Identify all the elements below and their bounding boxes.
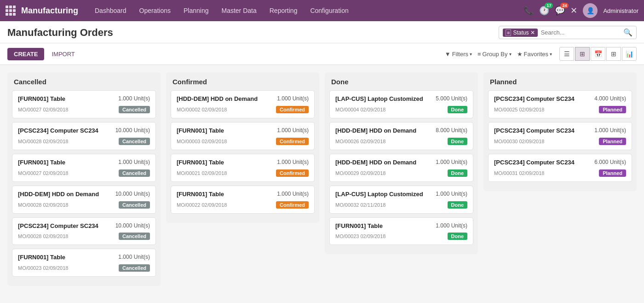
card-qty: 1.000 Unit(s) bbox=[436, 159, 467, 165]
search-tag-label: Status bbox=[513, 29, 529, 36]
card-qty: 4.000 Unit(s) bbox=[594, 95, 626, 102]
status-badge: Cancelled bbox=[119, 138, 150, 145]
card-bottom: MO/00029 02/09/2018Done bbox=[335, 169, 467, 177]
kanban-card[interactable]: [FURN001] Table1.000 Unit(s)MO/00023 02/… bbox=[12, 249, 156, 277]
card-top: [PCSC234] Computer SC23410.000 Unit(s) bbox=[18, 222, 150, 230]
card-bottom: MO/00025 02/09/2018Planned bbox=[494, 106, 626, 113]
card-mo: MO/00030 02/09/2018 bbox=[494, 139, 544, 144]
right-controls: ▼ Filters ▾ ≡ Group By ▾ ★ Favorites ▾ ☰… bbox=[445, 47, 637, 61]
kanban-card[interactable]: [FURN001] Table1.000 Unit(s)MO/00027 02/… bbox=[12, 90, 156, 118]
search-tag-close[interactable]: ✕ bbox=[530, 29, 535, 36]
card-top: [LAP-CUS] Laptop Customized1.000 Unit(s) bbox=[335, 191, 467, 198]
kanban-card[interactable]: [FURN001] Table1.000 Unit(s)MO/00021 02/… bbox=[171, 154, 315, 182]
card-top: [PCSC234] Computer SC2346.000 Unit(s) bbox=[494, 159, 626, 167]
kanban-card[interactable]: [PCSC234] Computer SC23410.000 Unit(s)MO… bbox=[12, 122, 156, 150]
nav-master-data[interactable]: Master Data bbox=[216, 5, 262, 16]
import-button[interactable]: IMPORT bbox=[48, 48, 78, 60]
phone-icon[interactable]: 📞 bbox=[523, 6, 534, 16]
avatar: 👤 bbox=[583, 3, 598, 18]
chat-badge: 24 bbox=[560, 3, 569, 8]
card-mo: MO/00031 02/09/2018 bbox=[494, 170, 544, 176]
nav-planning[interactable]: Planning bbox=[178, 5, 214, 16]
card-top: [PCSC234] Computer SC2344.000 Unit(s) bbox=[494, 95, 626, 103]
card-qty: 8.000 Unit(s) bbox=[436, 127, 467, 134]
left-actions: CREATE IMPORT bbox=[7, 48, 79, 60]
filters-label: Filters bbox=[452, 51, 468, 58]
kanban-card[interactable]: [FURN001] Table1.000 Unit(s)MO/00022 02/… bbox=[171, 186, 315, 214]
kanban-card[interactable]: [PCSC234] Computer SC2346.000 Unit(s)MO/… bbox=[488, 154, 632, 182]
card-mo: MO/00022 02/09/2018 bbox=[177, 202, 227, 208]
card-qty: 1.000 Unit(s) bbox=[118, 159, 150, 165]
kanban-card[interactable]: [HDD-DEM] HDD on Demand10.000 Unit(s)MO/… bbox=[12, 186, 156, 214]
view-toggles: ☰ ⊞ 📅 ⊞ 📊 bbox=[559, 47, 637, 61]
card-title: [FURN001] Table bbox=[335, 222, 432, 230]
kanban-card[interactable]: [PCSC234] Computer SC23410.000 Unit(s)MO… bbox=[12, 217, 156, 245]
kanban-card[interactable]: [PCSC234] Computer SC2344.000 Unit(s)MO/… bbox=[488, 90, 632, 118]
kanban-card[interactable]: [HDD-DEM] HDD on Demand8.000 Unit(s)MO/0… bbox=[329, 122, 473, 150]
kanban-card[interactable]: [LAP-CUS] Laptop Customized1.000 Unit(s)… bbox=[329, 186, 473, 214]
kanban-card[interactable]: [PCSC234] Computer SC2341.000 Unit(s)MO/… bbox=[488, 122, 632, 150]
app-grid-icon[interactable] bbox=[6, 6, 16, 16]
favorites-label: Favorites bbox=[524, 51, 548, 58]
kanban-card[interactable]: [FURN001] Table1.000 Unit(s)MO/00027 02/… bbox=[12, 154, 156, 182]
group-by-button[interactable]: ≡ Group By ▾ bbox=[477, 51, 512, 58]
card-top: [HDD-DEM] HDD on Demand1.000 Unit(s) bbox=[177, 95, 309, 103]
kanban-card[interactable]: [FURN001] Table1.000 Unit(s)MO/00023 02/… bbox=[329, 217, 473, 245]
view-kanban-button[interactable]: ⊞ bbox=[575, 47, 590, 61]
view-spreadsheet-button[interactable]: ⊞ bbox=[606, 47, 621, 61]
card-mo: MO/00028 02/09/2018 bbox=[18, 139, 68, 144]
card-title: [HDD-DEM] HDD on Demand bbox=[177, 95, 273, 103]
view-chart-button[interactable]: 📊 bbox=[622, 47, 637, 61]
view-calendar-button[interactable]: 📅 bbox=[591, 47, 605, 61]
nav-reporting[interactable]: Reporting bbox=[264, 5, 303, 16]
status-badge: Cancelled bbox=[119, 233, 150, 240]
kanban-card[interactable]: [HDD-DEM] HDD on Demand1.000 Unit(s)MO/0… bbox=[171, 90, 315, 118]
disconnect-icon[interactable]: ✕ bbox=[570, 6, 577, 16]
clock-badge: 17 bbox=[545, 3, 553, 8]
chat-icon[interactable]: 💬 24 bbox=[555, 6, 565, 16]
kanban-col-planned: Planned[PCSC234] Computer SC2344.000 Uni… bbox=[483, 72, 637, 191]
card-bottom: MO/00022 02/09/2018Confirmed bbox=[177, 201, 309, 209]
card-mo: MO/00027 02/09/2018 bbox=[18, 107, 68, 112]
status-badge: Confirmed bbox=[276, 201, 309, 209]
clock-icon[interactable]: 🕐 17 bbox=[539, 6, 549, 16]
nav-dashboard[interactable]: Dashboard bbox=[89, 5, 132, 16]
filters-button[interactable]: ▼ Filters ▾ bbox=[445, 51, 472, 58]
card-bottom: MO/00028 02/09/2018Cancelled bbox=[18, 201, 150, 209]
kanban-board: Cancelled[FURN001] Table1.000 Unit(s)MO/… bbox=[0, 65, 644, 302]
card-mo: MO/00032 02/11/2018 bbox=[335, 202, 385, 208]
card-title: [FURN001] Table bbox=[18, 95, 115, 103]
card-title: [HDD-DEM] HDD on Demand bbox=[18, 191, 112, 198]
kanban-card[interactable]: [LAP-CUS] Laptop Customized5.000 Unit(s)… bbox=[329, 90, 473, 118]
card-qty: 5.000 Unit(s) bbox=[436, 95, 467, 102]
filter-icon: ▼ bbox=[445, 51, 451, 58]
status-badge: Done bbox=[448, 233, 468, 240]
search-bar[interactable]: ≡ Status ✕ 🔍 bbox=[499, 26, 637, 39]
card-mo: MO/00025 02/09/2018 bbox=[494, 107, 544, 112]
card-top: [FURN001] Table1.000 Unit(s) bbox=[18, 159, 150, 167]
card-title: [FURN001] Table bbox=[177, 159, 273, 167]
kanban-card[interactable]: [HDD-DEM] HDD on Demand1.000 Unit(s)MO/0… bbox=[329, 154, 473, 182]
status-badge: Confirmed bbox=[276, 138, 309, 145]
kanban-card[interactable]: [FURN001] Table1.000 Unit(s)MO/00003 02/… bbox=[171, 122, 315, 150]
card-mo: MO/00021 02/09/2018 bbox=[177, 170, 227, 176]
card-title: [PCSC234] Computer SC234 bbox=[494, 127, 591, 135]
card-bottom: MO/00026 02/09/2018Done bbox=[335, 138, 467, 145]
group-by-label: Group By bbox=[483, 51, 508, 58]
status-badge: Cancelled bbox=[119, 264, 150, 272]
search-icon[interactable]: 🔍 bbox=[623, 28, 632, 37]
create-button[interactable]: CREATE bbox=[7, 48, 44, 60]
view-list-button[interactable]: ☰ bbox=[559, 47, 574, 61]
search-input[interactable] bbox=[540, 29, 623, 36]
card-title: [FURN001] Table bbox=[177, 127, 273, 135]
favorites-button[interactable]: ★ Favorites ▾ bbox=[517, 51, 552, 58]
card-qty: 1.000 Unit(s) bbox=[436, 222, 467, 229]
page-title-row: Manufacturing Orders ≡ Status ✕ 🔍 bbox=[7, 26, 637, 39]
card-bottom: MO/00028 02/09/2018Cancelled bbox=[18, 138, 150, 145]
card-title: [LAP-CUS] Laptop Customized bbox=[335, 95, 432, 103]
card-qty: 1.000 Unit(s) bbox=[118, 254, 150, 260]
nav-configuration[interactable]: Configuration bbox=[305, 5, 354, 16]
card-qty: 10.000 Unit(s) bbox=[115, 127, 150, 134]
nav-operations[interactable]: Operations bbox=[134, 5, 176, 16]
card-mo: MO/00028 02/09/2018 bbox=[18, 233, 68, 239]
